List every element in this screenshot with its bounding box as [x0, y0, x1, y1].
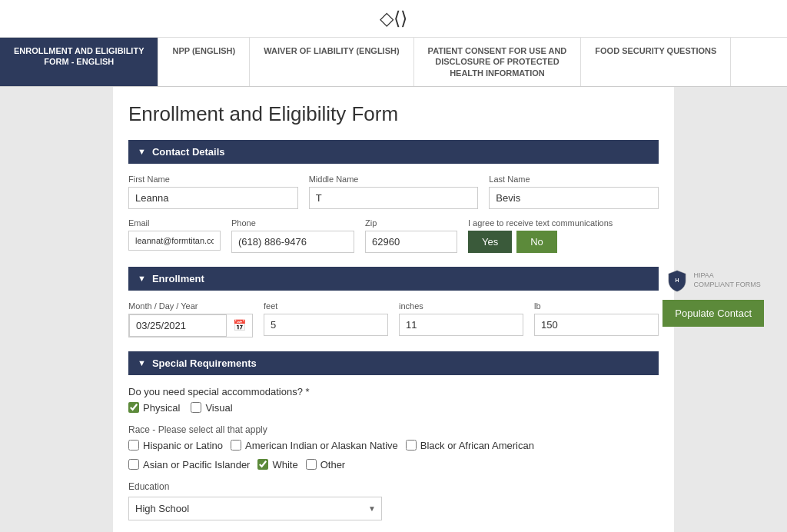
inches-input[interactable]: [399, 314, 523, 336]
visual-checkbox[interactable]: [191, 402, 201, 413]
race-white-item[interactable]: White: [257, 459, 297, 470]
education-label: Education: [128, 481, 659, 492]
feet-input[interactable]: [264, 314, 388, 336]
special-section-body: Do you need special accommodations? * Ph…: [128, 386, 659, 532]
accommodations-question: Do you need special accommodations? *: [128, 386, 659, 397]
race-label: Race - Please select all that apply: [128, 424, 659, 435]
race-black-item[interactable]: Black or African American: [406, 440, 534, 451]
inches-label: inches: [399, 301, 523, 311]
sms-no-button[interactable]: No: [516, 231, 557, 253]
lb-input[interactable]: [534, 314, 659, 336]
race-checkboxes: Hispanic or Latino American Indian or Al…: [128, 440, 659, 470]
nav-tabs: ENROLLMENT AND ELIGIBILITYFORM - ENGLISH…: [0, 38, 787, 87]
race-other-checkbox[interactable]: [306, 459, 317, 470]
race-hispanic-checkbox[interactable]: [128, 440, 139, 451]
education-section: Education High School Some College Colle…: [128, 481, 659, 520]
race-american-indian-item[interactable]: American Indian or Alaskan Native: [231, 440, 398, 451]
last-name-group: Last Name: [489, 175, 659, 209]
sms-buttons: Yes No: [468, 231, 613, 253]
hipaa-shield-icon: H: [666, 269, 689, 292]
top-bar: ◇⟨⟩: [0, 0, 787, 38]
race-asian-label: Asian or Pacific Islander: [143, 459, 250, 470]
accommodations-checkboxes: Physical Visual: [128, 402, 659, 414]
race-asian-item[interactable]: Asian or Pacific Islander: [128, 459, 250, 470]
accommodations-section: Do you need special accommodations? * Ph…: [128, 386, 659, 414]
education-select-wrapper: High School Some College College Graduat…: [128, 497, 382, 520]
contact-name-row: First Name Middle Name Last Name: [128, 175, 659, 209]
contact-section-label: Contact Details: [152, 146, 225, 158]
hipaa-sub: COMPLIANT FORMS: [693, 281, 760, 290]
tab-consent[interactable]: PATIENT CONSENT FOR USE ANDDISCLOSURE OF…: [414, 38, 582, 86]
svg-text:H: H: [676, 278, 679, 283]
race-american-indian-label: American Indian or Alaskan Native: [245, 440, 398, 451]
special-section-header[interactable]: ▼ Special Requirements: [128, 351, 659, 375]
first-name-group: First Name: [128, 175, 298, 209]
zip-input[interactable]: [365, 231, 457, 253]
visual-label: Visual: [205, 402, 232, 414]
tab-npp[interactable]: NPP (ENGLISH): [158, 38, 250, 86]
tab-food[interactable]: FOOD SECURITY QUESTIONS: [581, 38, 731, 86]
contact-section-body: First Name Middle Name Last Name Email: [128, 175, 659, 253]
date-label: Month / Day / Year: [128, 301, 253, 311]
page-title: Enrollment and Eligibility Form: [128, 102, 659, 126]
physical-checkbox-item[interactable]: Physical: [128, 402, 180, 414]
middle-name-group: Middle Name: [309, 175, 479, 209]
middle-name-input[interactable]: [309, 187, 479, 209]
email-input[interactable]: [128, 231, 221, 251]
right-panel: H HIPAA COMPLIANT FORMS Populate Contact: [662, 269, 764, 327]
first-name-input[interactable]: [128, 187, 298, 209]
date-input[interactable]: [129, 314, 227, 337]
race-black-checkbox[interactable]: [406, 440, 417, 451]
middle-name-label: Middle Name: [309, 175, 479, 184]
tab-enrollment[interactable]: ENROLLMENT AND ELIGIBILITYFORM - ENGLISH: [0, 38, 158, 86]
special-section-label: Special Requirements: [152, 357, 257, 369]
sms-group: I agree to receive text communications Y…: [468, 218, 613, 253]
feet-label: feet: [264, 301, 388, 311]
race-white-checkbox[interactable]: [257, 459, 268, 470]
last-name-input[interactable]: [489, 187, 659, 209]
race-hispanic-label: Hispanic or Latino: [143, 440, 223, 451]
race-other-item[interactable]: Other: [306, 459, 346, 470]
enrollment-section-label: Enrollment: [152, 273, 204, 284]
phone-label: Phone: [231, 218, 354, 228]
lb-label: lb: [534, 301, 659, 311]
zip-group: Zip: [365, 218, 457, 253]
sms-yes-button[interactable]: Yes: [468, 231, 512, 253]
physical-checkbox[interactable]: [128, 402, 139, 413]
app-logo: ◇⟨⟩: [380, 8, 407, 29]
date-group: Month / Day / Year 📅: [128, 301, 253, 337]
enrollment-fields-row: Month / Day / Year 📅 feet inches lb: [128, 301, 659, 337]
lb-group: lb: [534, 301, 659, 337]
hipaa-label: HIPAA: [693, 271, 760, 281]
visual-checkbox-item[interactable]: Visual: [191, 402, 232, 414]
enrollment-section-body: Month / Day / Year 📅 feet inches lb: [128, 301, 659, 337]
race-other-label: Other: [320, 459, 346, 470]
contact-section-header[interactable]: ▼ Contact Details: [128, 140, 659, 164]
zip-label: Zip: [365, 218, 457, 228]
race-asian-checkbox[interactable]: [128, 459, 139, 470]
calendar-icon[interactable]: 📅: [227, 314, 252, 336]
first-name-label: First Name: [128, 175, 298, 184]
race-hispanic-item[interactable]: Hispanic or Latino: [128, 440, 223, 451]
sms-label: I agree to receive text communications: [468, 218, 613, 228]
main-content: Enrollment and Eligibility Form ▼ Contac…: [113, 87, 674, 532]
last-name-label: Last Name: [489, 175, 659, 184]
inches-group: inches: [399, 301, 523, 337]
hipaa-text: HIPAA COMPLIANT FORMS: [693, 271, 760, 289]
race-black-label: Black or African American: [420, 440, 534, 451]
phone-input[interactable]: [231, 231, 354, 253]
date-input-wrapper: 📅: [128, 314, 253, 337]
special-chevron-icon: ▼: [138, 358, 146, 367]
hipaa-badge: H HIPAA COMPLIANT FORMS: [666, 269, 760, 292]
enrollment-section-header[interactable]: ▼ Enrollment: [128, 267, 659, 291]
physical-label: Physical: [143, 402, 180, 414]
race-section: Race - Please select all that apply Hisp…: [128, 424, 659, 470]
race-white-label: White: [272, 459, 297, 470]
email-group: Email: [128, 218, 221, 253]
education-select[interactable]: High School Some College College Graduat…: [128, 497, 382, 520]
contact-contact-row: Email Phone Zip I agree to receive text …: [128, 218, 659, 253]
race-american-indian-checkbox[interactable]: [231, 440, 241, 451]
contact-chevron-icon: ▼: [138, 147, 146, 156]
tab-waiver[interactable]: WAIVER OF LIABILITY (ENGLISH): [250, 38, 413, 86]
populate-contact-button[interactable]: Populate Contact: [662, 300, 764, 327]
